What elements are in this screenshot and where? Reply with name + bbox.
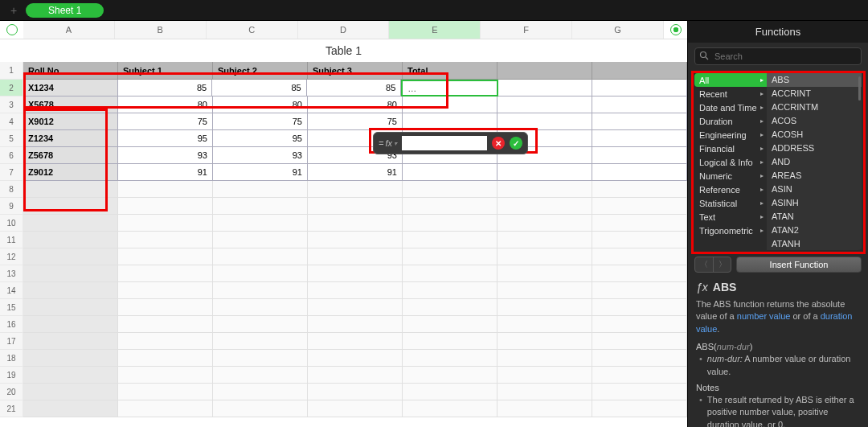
cell[interactable] <box>308 400 403 417</box>
cell[interactable] <box>497 400 592 417</box>
formula-cancel-button[interactable]: ✕ <box>492 137 505 150</box>
cell[interactable] <box>592 198 687 215</box>
cell[interactable] <box>592 350 687 367</box>
column-header-E[interactable]: E <box>389 21 481 39</box>
column-extend-handle[interactable] <box>664 21 687 39</box>
cell[interactable] <box>497 350 592 367</box>
cell[interactable] <box>23 248 118 265</box>
row-header[interactable]: 6 <box>0 147 23 164</box>
cell[interactable] <box>23 367 118 384</box>
cell[interactable] <box>592 215 687 232</box>
doc-link-number-value[interactable]: number value <box>737 311 791 321</box>
cell[interactable] <box>497 198 592 215</box>
cell[interactable]: Subject 1 <box>118 62 213 80</box>
cell[interactable] <box>403 181 497 198</box>
column-header-A[interactable]: A <box>23 21 115 39</box>
cell[interactable] <box>497 232 592 248</box>
cell[interactable] <box>497 181 592 198</box>
cell[interactable] <box>23 181 118 198</box>
cell[interactable]: Z1234 <box>23 130 118 147</box>
cell[interactable] <box>592 299 687 316</box>
cell[interactable] <box>403 265 497 282</box>
cell[interactable] <box>118 384 213 400</box>
column-header-C[interactable]: C <box>207 21 298 39</box>
cell[interactable] <box>498 80 593 96</box>
function-item[interactable]: ADDRESS <box>767 142 862 155</box>
cell[interactable]: Z9012 <box>23 164 118 181</box>
cell[interactable] <box>497 282 592 299</box>
cell[interactable] <box>23 198 118 215</box>
cell[interactable] <box>213 282 308 299</box>
row-header[interactable]: 10 <box>0 215 23 232</box>
cell[interactable] <box>497 316 592 333</box>
cell[interactable] <box>213 350 308 367</box>
function-category-item[interactable]: Recent▸ <box>694 87 767 101</box>
add-sheet-button[interactable]: + <box>6 3 21 18</box>
cell[interactable] <box>592 96 687 113</box>
cell[interactable] <box>497 367 592 384</box>
column-header-B[interactable]: B <box>115 21 207 39</box>
cell[interactable] <box>118 350 213 367</box>
cell[interactable] <box>23 282 118 299</box>
cell[interactable] <box>308 265 403 282</box>
cell[interactable]: 95 <box>118 130 213 147</box>
function-item[interactable]: ACOS <box>767 114 862 128</box>
row-header[interactable]: 8 <box>0 181 23 198</box>
cell[interactable] <box>308 333 403 350</box>
cell[interactable] <box>403 400 497 417</box>
cell[interactable] <box>23 232 118 248</box>
function-nav-back[interactable]: 〈 <box>695 257 713 272</box>
spreadsheet-canvas[interactable]: ABCDEFG Table 1 123456789101112131415161… <box>0 21 687 427</box>
row-header[interactable]: 12 <box>0 248 23 265</box>
cell[interactable] <box>23 350 118 367</box>
function-item[interactable]: AND <box>767 155 862 169</box>
cell[interactable] <box>213 384 308 400</box>
cell[interactable] <box>403 198 497 215</box>
cell[interactable]: X1234 <box>23 80 118 96</box>
cell[interactable]: Z5678 <box>23 147 118 164</box>
sheet-tab[interactable]: Sheet 1 <box>26 3 104 18</box>
cell[interactable] <box>308 282 403 299</box>
cell[interactable] <box>592 164 687 181</box>
cell[interactable] <box>403 164 497 181</box>
cell[interactable] <box>213 198 308 215</box>
table-origin-handle[interactable] <box>0 21 23 39</box>
cell[interactable] <box>308 181 403 198</box>
cell[interactable] <box>592 113 687 130</box>
cell[interactable] <box>403 299 497 316</box>
row-header[interactable]: 19 <box>0 367 23 384</box>
cell[interactable] <box>592 400 687 417</box>
cell[interactable] <box>118 282 213 299</box>
cell[interactable] <box>118 198 213 215</box>
function-category-item[interactable]: Engineering▸ <box>694 128 767 142</box>
cell[interactable] <box>23 265 118 282</box>
function-item[interactable]: ACCRINT <box>767 87 862 101</box>
function-item[interactable]: AREAS <box>767 168 862 182</box>
row-header[interactable]: 4 <box>0 113 23 130</box>
cell[interactable]: 93 <box>118 147 213 164</box>
insert-function-button[interactable]: Insert Function <box>736 257 862 273</box>
cell[interactable] <box>592 316 687 333</box>
cell[interactable]: X9012 <box>23 113 118 130</box>
cell[interactable] <box>497 215 592 232</box>
cell[interactable] <box>592 80 687 96</box>
cell[interactable] <box>403 96 497 113</box>
chevron-down-icon[interactable]: ▾ <box>394 140 397 147</box>
cell[interactable]: Total <box>403 62 497 80</box>
function-category-list[interactable]: All▸Recent▸Date and Time▸Duration▸Engine… <box>694 73 767 250</box>
cell[interactable] <box>592 265 687 282</box>
cell[interactable] <box>497 265 592 282</box>
cell[interactable] <box>308 215 403 232</box>
cell[interactable] <box>308 248 403 265</box>
cell[interactable]: X5678 <box>23 96 118 113</box>
cell[interactable] <box>592 384 687 400</box>
cell[interactable]: 80 <box>213 96 308 113</box>
function-list[interactable]: ABSACCRINTACCRINTMACOSACOSHADDRESSANDARE… <box>767 73 862 250</box>
cell[interactable] <box>308 316 403 333</box>
formula-confirm-button[interactable]: ✓ <box>510 137 522 150</box>
cell[interactable] <box>497 62 592 80</box>
cell[interactable] <box>308 384 403 400</box>
cell[interactable] <box>403 248 497 265</box>
cell[interactable] <box>118 333 213 350</box>
function-item[interactable]: ASINH <box>767 195 862 209</box>
